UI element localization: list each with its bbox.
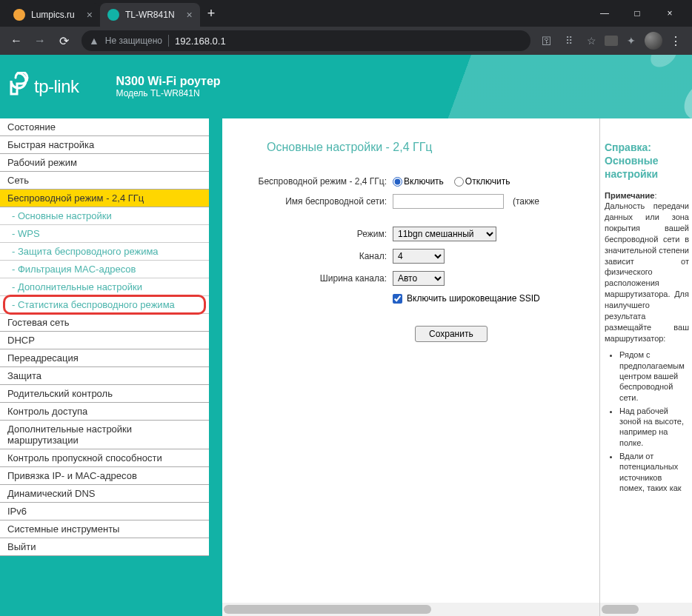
close-icon[interactable]: × bbox=[87, 9, 93, 21]
ssid-input[interactable] bbox=[393, 194, 504, 209]
sidebar-item[interactable]: Переадресация bbox=[0, 349, 209, 367]
close-window-button[interactable]: × bbox=[653, 0, 686, 27]
maximize-button[interactable]: □ bbox=[621, 0, 653, 27]
address-bar[interactable]: ▲ Не защищено 192.168.0.1 bbox=[81, 30, 530, 51]
label-ssid: Имя беспроводной сети: bbox=[244, 196, 393, 207]
help-bullet: Рядом с предполагаемым центром вашей бес… bbox=[619, 349, 689, 402]
label-width: Ширина канала: bbox=[244, 273, 393, 284]
reload-button[interactable]: ⟳ bbox=[53, 30, 74, 51]
product-title: N300 Wi-Fi роутер bbox=[116, 75, 221, 88]
favicon-router bbox=[107, 9, 119, 21]
sidebar-item[interactable]: Привязка IP- и MAC-адресов bbox=[0, 467, 209, 485]
nav-menu: СостояниеБыстрая настройкаРабочий режимС… bbox=[0, 118, 209, 556]
main-hscrollbar[interactable] bbox=[222, 603, 599, 616]
sidebar-item[interactable]: Состояние bbox=[0, 118, 209, 136]
save-row: Сохранить bbox=[415, 326, 585, 342]
logo-icon bbox=[7, 72, 30, 101]
page-header: tp-link N300 Wi-Fi роутер Модель TL-WR84… bbox=[0, 55, 692, 118]
sidebar-item[interactable]: Контроль доступа bbox=[0, 403, 209, 421]
sidebar-item[interactable]: IPv6 bbox=[0, 503, 209, 520]
header-titles: N300 Wi-Fi роутер Модель TL-WR841N bbox=[116, 75, 221, 98]
help-bullets: Рядом с предполагаемым центром вашей бес… bbox=[619, 349, 689, 493]
sidebar-subitem[interactable]: - WPS bbox=[0, 225, 209, 243]
row-broadcast: Включить широковещание SSID bbox=[244, 293, 585, 304]
sidebar-subitem[interactable]: - Защита беспроводного режима bbox=[0, 243, 209, 261]
sidebar-item[interactable]: Защита bbox=[0, 367, 209, 385]
extension-icons: ⚿ ⠿ ☆ ✦ bbox=[538, 32, 662, 50]
help-body: Примечание: Дальность передачи данных ил… bbox=[605, 190, 689, 344]
tab-title: Lumpics.ru bbox=[31, 10, 75, 20]
sidebar-item[interactable]: Контроль пропускной способности bbox=[0, 449, 209, 467]
sidebar: СостояниеБыстрая настройкаРабочий режимС… bbox=[0, 118, 222, 616]
sidebar-item[interactable]: Дополнительные настройки маршрутизации bbox=[0, 421, 209, 449]
browser-tab-router[interactable]: TL-WR841N × bbox=[100, 3, 200, 27]
translate-icon[interactable]: ⠿ bbox=[560, 32, 578, 50]
sidebar-item[interactable]: Динамический DNS bbox=[0, 485, 209, 503]
minimize-button[interactable]: — bbox=[588, 0, 621, 27]
new-tab-button[interactable]: + bbox=[200, 6, 223, 21]
page-title: Основные настройки - 2,4 ГГц bbox=[267, 141, 585, 154]
radio-disable[interactable]: Отключить bbox=[454, 176, 510, 187]
key-icon[interactable]: ⚿ bbox=[538, 32, 556, 50]
radio-enable-input[interactable] bbox=[393, 177, 402, 187]
sidebar-item[interactable]: Системные инструменты bbox=[0, 520, 209, 538]
broadcast-checkbox[interactable] bbox=[393, 294, 402, 304]
label-mode: Режим: bbox=[244, 229, 393, 239]
radio-enable[interactable]: Включить bbox=[393, 176, 444, 187]
help-title: Справка: Основные настройки bbox=[605, 141, 689, 181]
sidebar-item[interactable]: Быстрая настройка bbox=[0, 136, 209, 154]
sidebar-item[interactable]: Сеть bbox=[0, 172, 209, 190]
profile-avatar[interactable] bbox=[645, 32, 662, 50]
divider bbox=[168, 35, 169, 47]
sidebar-item[interactable]: DHCP bbox=[0, 332, 209, 349]
forward-button[interactable]: → bbox=[30, 30, 50, 51]
product-model: Модель TL-WR841N bbox=[116, 88, 221, 98]
width-select[interactable]: Авто bbox=[393, 271, 445, 286]
sidebar-subitem[interactable]: - Основные настройки bbox=[0, 207, 209, 225]
logo-text: tp-link bbox=[34, 76, 79, 97]
tplink-logo: tp-link bbox=[7, 72, 79, 101]
extensions-puzzle-icon[interactable]: ✦ bbox=[622, 32, 640, 50]
extension-icon[interactable] bbox=[605, 36, 618, 46]
sidebar-subitem[interactable]: - Статистика беспроводного режима bbox=[0, 296, 209, 314]
window-controls: — □ × bbox=[588, 0, 686, 27]
row-wireless-toggle: Беспроводной режим - 2,4 ГГц: Включить О… bbox=[244, 176, 585, 187]
label-wireless: Беспроводной режим - 2,4 ГГц: bbox=[244, 176, 393, 187]
help-panel: Справка: Основные настройки Примечание: … bbox=[599, 118, 692, 616]
sidebar-subitem[interactable]: - Фильтрация MAC-адресов bbox=[0, 261, 209, 278]
row-ssid: Имя беспроводной сети: (также bbox=[244, 194, 585, 209]
help-bullet: Вдали от потенциальных источников помех,… bbox=[619, 451, 689, 493]
bookmark-icon[interactable]: ☆ bbox=[582, 32, 600, 50]
back-button[interactable]: ← bbox=[6, 30, 27, 51]
favicon-lumpics bbox=[13, 9, 25, 21]
sidebar-item[interactable]: Родительский контроль bbox=[0, 385, 209, 403]
row-channel: Канал: 4 bbox=[244, 249, 585, 264]
warning-icon: ▲ bbox=[89, 35, 99, 47]
row-width: Ширина канала: Авто bbox=[244, 271, 585, 286]
security-text: Не защищено bbox=[105, 36, 162, 46]
label-channel: Канал: bbox=[244, 251, 393, 261]
sidebar-item[interactable]: Беспроводной режим - 2,4 ГГц bbox=[0, 190, 209, 207]
ssid-note: (также bbox=[513, 196, 539, 207]
sidebar-item[interactable]: Гостевая сеть bbox=[0, 314, 209, 332]
help-bullet: Над рабочей зоной на высоте, например на… bbox=[619, 406, 689, 448]
browser-menu-button[interactable]: ⋮ bbox=[665, 34, 686, 48]
router-admin-page: tp-link N300 Wi-Fi роутер Модель TL-WR84… bbox=[0, 55, 692, 616]
save-button[interactable]: Сохранить bbox=[415, 326, 488, 342]
broadcast-label: Включить широковещание SSID bbox=[407, 293, 540, 304]
radio-disable-input[interactable] bbox=[454, 177, 464, 187]
browser-tabstrip: Lumpics.ru × TL-WR841N × + — □ × bbox=[0, 0, 692, 27]
main-content: Основные настройки - 2,4 ГГц Беспроводно… bbox=[222, 118, 599, 616]
browser-toolbar: ← → ⟳ ▲ Не защищено 192.168.0.1 ⚿ ⠿ ☆ ✦ … bbox=[0, 27, 692, 55]
help-hscrollbar[interactable] bbox=[600, 603, 692, 616]
close-icon[interactable]: × bbox=[187, 9, 193, 21]
mode-select[interactable]: 11bgn смешанный bbox=[393, 227, 496, 241]
sidebar-item[interactable]: Выйти bbox=[0, 538, 209, 556]
sidebar-subitem[interactable]: - Дополнительные настройки bbox=[0, 278, 209, 296]
sidebar-item[interactable]: Рабочий режим bbox=[0, 154, 209, 172]
browser-tab-lumpics[interactable]: Lumpics.ru × bbox=[6, 3, 100, 27]
tab-title: TL-WR841N bbox=[125, 10, 175, 20]
channel-select[interactable]: 4 bbox=[393, 249, 445, 264]
url-text: 192.168.0.1 bbox=[175, 36, 226, 47]
row-mode: Режим: 11bgn смешанный bbox=[244, 227, 585, 241]
